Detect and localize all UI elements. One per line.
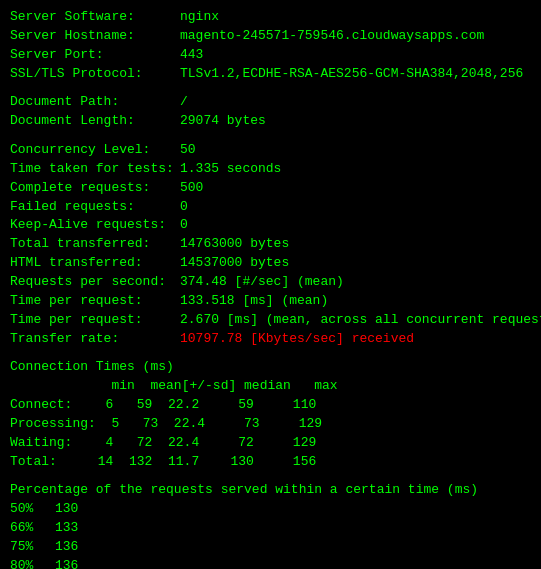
tpr1-line: Time per request: 133.518 [ms] (mean) [10, 292, 531, 311]
server-software-line: Server Software: nginx [10, 8, 531, 27]
conn-row-label: Processing: [10, 415, 96, 434]
complete-requests-line: Complete requests: 500 [10, 179, 531, 198]
server-port-value: 443 [180, 46, 203, 65]
pct-header-text: Percentage of the requests served within… [10, 481, 478, 500]
time-taken-label: Time taken for tests: [10, 160, 180, 179]
ssl-protocol-label: SSL/TLS Protocol: [10, 65, 180, 84]
time-taken-line: Time taken for tests: 1.335 seconds [10, 160, 531, 179]
table-row: Processing: 5 73 22.4 73 129 [10, 415, 531, 434]
pct-value: 130 [55, 500, 78, 519]
doc-length-value: 29074 bytes [180, 112, 266, 131]
server-port-line: Server Port: 443 [10, 46, 531, 65]
server-hostname-label: Server Hostname: [10, 27, 180, 46]
server-hostname-value: magento-245571-759546.cloudwaysapps.com [180, 27, 484, 46]
tpr1-label: Time per request: [10, 292, 180, 311]
doc-length-line: Document Length: 29074 bytes [10, 112, 531, 131]
rps-line: Requests per second: 374.48 [#/sec] (mea… [10, 273, 531, 292]
pct-header: Percentage of the requests served within… [10, 481, 531, 500]
conn-row-values: 14 132 11.7 130 156 [90, 453, 316, 472]
percentages-table: 50%13066%13375%13680%13690%15395%15598%1… [10, 500, 531, 569]
complete-requests-value: 500 [180, 179, 203, 198]
doc-path-value: / [180, 93, 188, 112]
rps-value: 374.48 [#/sec] (mean) [180, 273, 344, 292]
html-transfer-label: HTML transferred: [10, 254, 180, 273]
list-item: 50%130 [10, 500, 531, 519]
conn-row-values: 6 59 22.2 59 110 [90, 396, 316, 415]
concurrency-line: Concurrency Level: 50 [10, 141, 531, 160]
total-transfer-label: Total transferred: [10, 235, 180, 254]
html-transfer-line: HTML transferred: 14537000 bytes [10, 254, 531, 273]
transfer-rate-value: 10797.78 [Kbytes/sec] received [180, 330, 414, 349]
table-row: Total: 14 132 11.7 130 156 [10, 453, 531, 472]
server-software-label: Server Software: [10, 8, 180, 27]
connection-times-col-header-text: min mean[+/-sd] median max [10, 377, 338, 396]
list-item: 75%136 [10, 538, 531, 557]
conn-row-label: Total: [10, 453, 90, 472]
ssl-protocol-value: TLSv1.2,ECDHE-RSA-AES256-GCM-SHA384,2048… [180, 65, 523, 84]
table-row: Waiting: 4 72 22.4 72 129 [10, 434, 531, 453]
list-item: 66%133 [10, 519, 531, 538]
list-item: 80%136 [10, 557, 531, 569]
pct-percent: 80% [10, 557, 55, 569]
total-transfer-line: Total transferred: 14763000 bytes [10, 235, 531, 254]
pct-percent: 66% [10, 519, 55, 538]
time-taken-value: 1.335 seconds [180, 160, 281, 179]
transfer-rate-label: Transfer rate: [10, 330, 180, 349]
transfer-rate-line: Transfer rate: 10797.78 [Kbytes/sec] rec… [10, 330, 531, 349]
concurrency-value: 50 [180, 141, 196, 160]
doc-path-line: Document Path: / [10, 93, 531, 112]
pct-percent: 75% [10, 538, 55, 557]
connection-times-table: Connect: 6 59 22.2 59 110Processing: 5 7… [10, 396, 531, 471]
pct-percent: 50% [10, 500, 55, 519]
connection-times-label: Connection Times (ms) [10, 358, 174, 377]
total-transfer-value: 14763000 bytes [180, 235, 289, 254]
connection-times-col-header: min mean[+/-sd] median max [10, 377, 531, 396]
keepalive-line: Keep-Alive requests: 0 [10, 216, 531, 235]
rps-label: Requests per second: [10, 273, 180, 292]
server-hostname-line: Server Hostname: magento-245571-759546.c… [10, 27, 531, 46]
table-row: Connect: 6 59 22.2 59 110 [10, 396, 531, 415]
tpr2-value: 2.670 [ms] (mean, across all concurrent … [180, 311, 541, 330]
doc-length-label: Document Length: [10, 112, 180, 131]
doc-path-label: Document Path: [10, 93, 180, 112]
ssl-protocol-line: SSL/TLS Protocol: TLSv1.2,ECDHE-RSA-AES2… [10, 65, 531, 84]
tpr1-value: 133.518 [ms] (mean) [180, 292, 328, 311]
html-transfer-value: 14537000 bytes [180, 254, 289, 273]
failed-requests-line: Failed requests: 0 [10, 198, 531, 217]
conn-row-values: 5 73 22.4 73 129 [96, 415, 322, 434]
conn-row-label: Waiting: [10, 434, 90, 453]
server-port-label: Server Port: [10, 46, 180, 65]
concurrency-label: Concurrency Level: [10, 141, 180, 160]
conn-row-label: Connect: [10, 396, 90, 415]
conn-row-values: 4 72 22.4 72 129 [90, 434, 316, 453]
pct-value: 136 [55, 557, 78, 569]
keepalive-label: Keep-Alive requests: [10, 216, 180, 235]
tpr2-line: Time per request: 2.670 [ms] (mean, acro… [10, 311, 531, 330]
failed-requests-label: Failed requests: [10, 198, 180, 217]
tpr2-label: Time per request: [10, 311, 180, 330]
keepalive-value: 0 [180, 216, 188, 235]
server-software-value: nginx [180, 8, 219, 27]
complete-requests-label: Complete requests: [10, 179, 180, 198]
pct-value: 136 [55, 538, 78, 557]
failed-requests-value: 0 [180, 198, 188, 217]
pct-value: 133 [55, 519, 78, 538]
connection-times-header: Connection Times (ms) [10, 358, 531, 377]
